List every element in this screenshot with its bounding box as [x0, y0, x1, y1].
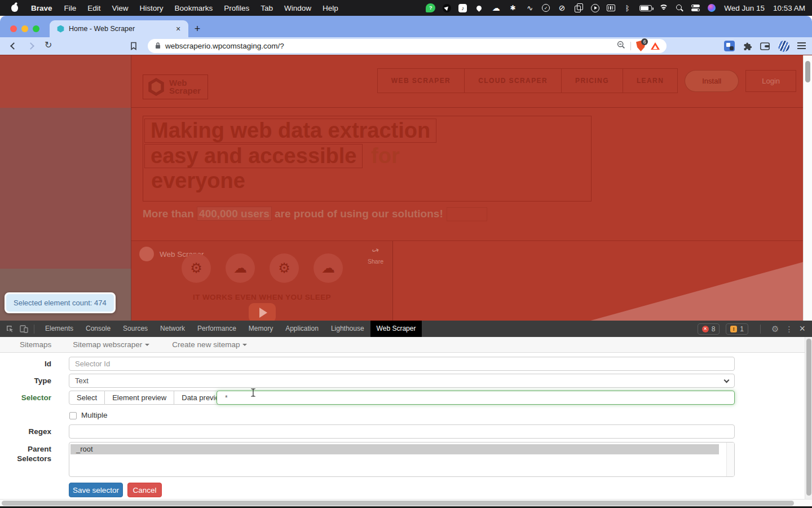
multiple-checkbox[interactable] [69, 412, 77, 419]
bluetooth-icon[interactable] [623, 3, 632, 13]
extensions-puzzle-icon[interactable] [743, 42, 752, 54]
tab-elements[interactable]: Elements [39, 321, 80, 337]
window-zoom-button[interactable] [33, 25, 39, 32]
pin-app-icon[interactable] [474, 3, 484, 13]
channel-avatar[interactable] [139, 247, 154, 261]
menu-clock[interactable]: 10:53 AM [772, 4, 805, 12]
issue-count-badge[interactable]: 1 [726, 323, 748, 335]
cancel-button[interactable]: Cancel [127, 483, 162, 497]
window-close-button[interactable] [10, 25, 17, 32]
tab-lighthouse[interactable]: Lighthouse [325, 321, 370, 337]
music-app-icon[interactable] [458, 4, 467, 12]
devtools-settings-gear-icon[interactable] [771, 324, 779, 334]
login-link[interactable]: Login [745, 70, 796, 92]
type-select[interactable]: Text [69, 374, 735, 388]
copy-icon[interactable] [574, 3, 584, 13]
sitemaps-nav-item[interactable]: Sitemaps [20, 340, 51, 349]
listbox-scrollbar[interactable] [726, 443, 734, 476]
check-circle-icon[interactable] [542, 4, 550, 12]
scribble-app-icon[interactable] [525, 3, 535, 13]
browser-tab[interactable]: Home - Web Scraper [50, 20, 188, 37]
menu-tab[interactable]: Tab [255, 4, 279, 12]
menu-bookmarks[interactable]: Bookmarks [169, 4, 219, 12]
element-preview-button[interactable]: Element preview [105, 391, 174, 405]
youtube-embed[interactable]: Web Scraper Share IT WORKS EVEN WHEN YOU… [131, 241, 393, 321]
cloud-app-icon[interactable] [491, 3, 501, 13]
tab-console[interactable]: Console [80, 321, 117, 337]
menu-file[interactable]: File [59, 4, 82, 12]
brave-shield-icon[interactable]: 6 [636, 41, 646, 51]
slash-circle-icon[interactable] [557, 3, 567, 13]
apple-menu-icon[interactable] [11, 5, 18, 12]
page-left-margin-top [0, 55, 131, 108]
address-bar[interactable]: webscraperio.wpcomstaging.com/? 6 [148, 39, 667, 53]
menu-date[interactable]: Wed Jun 15 [723, 4, 765, 12]
wallet-icon[interactable] [760, 42, 770, 52]
barcode-icon[interactable] [607, 5, 615, 11]
page-scrollbar[interactable] [803, 55, 812, 321]
error-count-badge[interactable]: 8 [698, 323, 720, 335]
new-tab-button[interactable] [192, 23, 203, 34]
menu-history[interactable]: History [134, 4, 169, 12]
regex-input[interactable] [69, 424, 735, 439]
panel-vertical-scrollbar[interactable] [805, 337, 812, 499]
nav-pricing[interactable]: PRICING [562, 68, 623, 93]
share-button[interactable]: Share [368, 246, 383, 266]
menu-help[interactable]: Help [317, 4, 344, 12]
page-scrollbar-thumb[interactable] [805, 61, 810, 82]
location-arrow-icon[interactable] [443, 4, 451, 12]
menu-window[interactable]: Window [279, 4, 317, 12]
video-play-button[interactable] [249, 303, 276, 321]
inspect-element-icon[interactable] [6, 325, 14, 333]
site-logo[interactable]: Web Scraper [143, 75, 208, 99]
tab-network[interactable]: Network [154, 321, 191, 337]
webscraper-extension-icon[interactable] [724, 41, 735, 51]
tab-application[interactable]: Application [279, 321, 325, 337]
nav-web-scraper[interactable]: WEB SCRAPER [377, 68, 465, 93]
selector-input[interactable] [217, 391, 735, 405]
wifi-icon[interactable] [659, 5, 668, 11]
panel-scrollbar-thumb[interactable] [806, 339, 811, 496]
browser-menu-icon[interactable] [797, 45, 806, 46]
profile-avatar[interactable] [778, 41, 789, 52]
spotlight-icon[interactable] [676, 4, 683, 12]
nav-learn[interactable]: LEARN [623, 68, 678, 93]
menu-profiles[interactable]: Profiles [218, 4, 255, 12]
devtools-more-options-icon[interactable] [785, 325, 793, 334]
battery-icon[interactable] [639, 5, 652, 11]
horizontal-scrollbar[interactable] [0, 499, 812, 506]
tab-web-scraper[interactable]: Web Scraper [370, 321, 422, 337]
plume-app-icon[interactable] [508, 3, 518, 13]
siri-icon[interactable] [708, 4, 716, 12]
devtools-close-icon[interactable] [799, 323, 805, 335]
bat-rewards-icon[interactable] [651, 42, 660, 50]
play-circle-icon[interactable] [591, 4, 599, 12]
parent-option-root[interactable]: _root [70, 444, 719, 454]
window-minimize-button[interactable] [21, 25, 28, 32]
selector-id-input[interactable] [69, 357, 735, 371]
parent-selectors-listbox[interactable]: _root [69, 442, 735, 477]
select-button[interactable]: Select [69, 391, 105, 405]
install-button[interactable]: Install [685, 70, 739, 92]
zoom-out-icon[interactable] [617, 41, 625, 51]
horizontal-scrollbar-thumb[interactable] [2, 501, 794, 506]
chat-bubble-icon[interactable] [426, 3, 435, 12]
tab-sources[interactable]: Sources [117, 321, 154, 337]
nav-cloud-scraper[interactable]: CLOUD SCRAPER [465, 68, 562, 93]
sitemap-dropdown[interactable]: Sitemap webscraper [73, 340, 149, 349]
forward-icon[interactable] [27, 42, 34, 50]
back-icon[interactable] [10, 42, 17, 50]
save-selector-button[interactable]: Save selector [69, 483, 123, 497]
control-center-icon[interactable] [691, 3, 700, 13]
device-toolbar-icon[interactable] [20, 325, 28, 333]
menu-brave[interactable]: Brave [25, 4, 59, 12]
reload-icon[interactable] [45, 40, 52, 50]
tab-memory[interactable]: Memory [242, 321, 279, 337]
tab-close-icon[interactable] [174, 24, 183, 33]
menu-edit[interactable]: Edit [82, 4, 106, 12]
create-sitemap-dropdown[interactable]: Create new sitemap [172, 340, 247, 349]
bookmark-icon[interactable] [130, 42, 137, 52]
menu-view[interactable]: View [107, 4, 134, 12]
browser-tab-bar: Home - Web Scraper [0, 16, 812, 37]
tab-performance[interactable]: Performance [191, 321, 242, 337]
